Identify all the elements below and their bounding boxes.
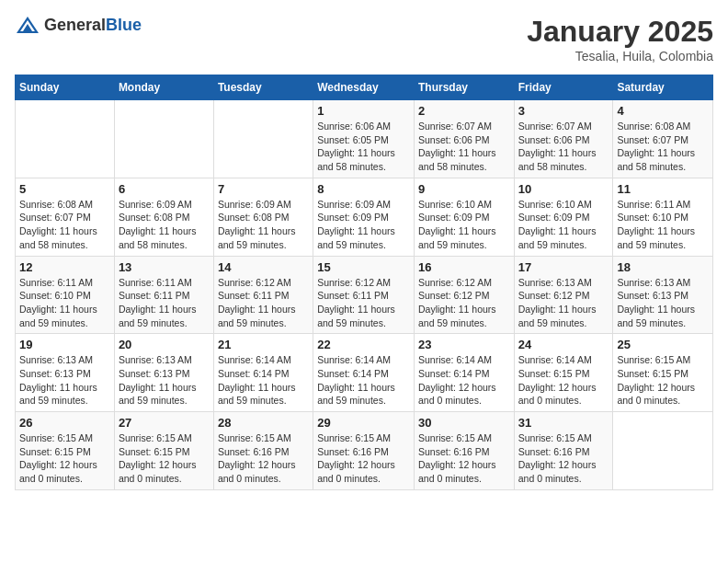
title-block: January 2025 Tesalia, Huila, Colombia	[527, 15, 713, 63]
calendar-day-cell: 2Sunrise: 6:07 AMSunset: 6:06 PMDaylight…	[414, 100, 514, 178]
day-number: 11	[617, 182, 709, 196]
day-number: 1	[317, 104, 410, 118]
day-info: Sunrise: 6:12 AMSunset: 6:11 PMDaylight:…	[317, 276, 410, 330]
calendar-day-cell: 13Sunrise: 6:11 AMSunset: 6:11 PMDayligh…	[114, 256, 213, 334]
calendar-day-cell: 5Sunrise: 6:08 AMSunset: 6:07 PMDaylight…	[16, 178, 115, 256]
day-number: 26	[19, 416, 110, 430]
day-number: 6	[119, 182, 210, 196]
day-info: Sunrise: 6:13 AMSunset: 6:13 PMDaylight:…	[617, 276, 709, 330]
calendar-day-cell: 17Sunrise: 6:13 AMSunset: 6:12 PMDayligh…	[514, 256, 613, 334]
day-info: Sunrise: 6:13 AMSunset: 6:13 PMDaylight:…	[19, 353, 110, 408]
day-number: 23	[418, 338, 510, 351]
day-number: 17	[518, 260, 609, 274]
calendar-day-cell: 1Sunrise: 6:06 AMSunset: 6:05 PMDaylight…	[313, 100, 415, 178]
calendar-day-cell: 8Sunrise: 6:09 AMSunset: 6:09 PMDaylight…	[313, 178, 415, 256]
day-info: Sunrise: 6:11 AMSunset: 6:10 PMDaylight:…	[19, 276, 110, 330]
calendar-day-cell: 23Sunrise: 6:14 AMSunset: 6:14 PMDayligh…	[414, 334, 514, 412]
day-number: 13	[119, 260, 210, 274]
day-info: Sunrise: 6:12 AMSunset: 6:12 PMDaylight:…	[418, 276, 510, 330]
weekday-header: Tuesday	[213, 75, 313, 100]
day-number: 25	[617, 338, 709, 351]
weekday-header: Friday	[514, 75, 613, 100]
day-info: Sunrise: 6:09 AMSunset: 6:09 PMDaylight:…	[317, 198, 410, 252]
day-number: 4	[617, 104, 709, 118]
day-number: 16	[418, 260, 510, 274]
day-number: 18	[617, 260, 709, 274]
day-number: 28	[218, 416, 309, 430]
calendar-day-cell: 14Sunrise: 6:12 AMSunset: 6:11 PMDayligh…	[213, 256, 313, 334]
calendar-day-cell: 27Sunrise: 6:15 AMSunset: 6:15 PMDayligh…	[114, 412, 213, 490]
calendar-day-cell: 30Sunrise: 6:15 AMSunset: 6:16 PMDayligh…	[414, 412, 514, 490]
calendar-day-cell: 26Sunrise: 6:15 AMSunset: 6:15 PMDayligh…	[16, 412, 115, 490]
day-number: 19	[19, 338, 110, 351]
day-info: Sunrise: 6:15 AMSunset: 6:16 PMDaylight:…	[317, 431, 410, 486]
day-number: 12	[19, 260, 110, 274]
day-info: Sunrise: 6:12 AMSunset: 6:11 PMDaylight:…	[218, 276, 309, 330]
calendar-day-cell: 29Sunrise: 6:15 AMSunset: 6:16 PMDayligh…	[313, 412, 415, 490]
day-info: Sunrise: 6:15 AMSunset: 6:15 PMDaylight:…	[617, 353, 709, 408]
logo-text: GeneralBlue	[44, 17, 142, 35]
day-info: Sunrise: 6:14 AMSunset: 6:14 PMDaylight:…	[218, 353, 309, 408]
day-number: 15	[317, 260, 410, 274]
location-subtitle: Tesalia, Huila, Colombia	[527, 49, 713, 63]
weekday-header: Saturday	[613, 75, 713, 100]
day-info: Sunrise: 6:09 AMSunset: 6:08 PMDaylight:…	[119, 198, 210, 252]
day-info: Sunrise: 6:15 AMSunset: 6:16 PMDaylight:…	[218, 431, 309, 486]
calendar-day-cell	[213, 100, 313, 178]
weekday-header: Monday	[114, 75, 213, 100]
day-info: Sunrise: 6:10 AMSunset: 6:09 PMDaylight:…	[518, 198, 609, 252]
day-info: Sunrise: 6:13 AMSunset: 6:13 PMDaylight:…	[119, 353, 210, 408]
weekday-header-row: SundayMondayTuesdayWednesdayThursdayFrid…	[16, 75, 713, 100]
day-number: 2	[418, 104, 510, 118]
day-info: Sunrise: 6:14 AMSunset: 6:14 PMDaylight:…	[418, 353, 510, 408]
day-info: Sunrise: 6:15 AMSunset: 6:15 PMDaylight:…	[19, 431, 110, 486]
calendar-day-cell	[16, 100, 115, 178]
calendar-day-cell: 31Sunrise: 6:15 AMSunset: 6:16 PMDayligh…	[514, 412, 613, 490]
calendar-day-cell	[613, 412, 713, 490]
calendar-day-cell: 7Sunrise: 6:09 AMSunset: 6:08 PMDaylight…	[213, 178, 313, 256]
month-title: January 2025	[527, 15, 713, 49]
day-info: Sunrise: 6:15 AMSunset: 6:15 PMDaylight:…	[119, 431, 210, 486]
day-info: Sunrise: 6:06 AMSunset: 6:05 PMDaylight:…	[317, 120, 410, 174]
calendar-day-cell: 6Sunrise: 6:09 AMSunset: 6:08 PMDaylight…	[114, 178, 213, 256]
day-info: Sunrise: 6:14 AMSunset: 6:14 PMDaylight:…	[317, 353, 410, 408]
day-info: Sunrise: 6:14 AMSunset: 6:15 PMDaylight:…	[518, 353, 609, 408]
calendar-day-cell: 19Sunrise: 6:13 AMSunset: 6:13 PMDayligh…	[16, 334, 115, 412]
day-info: Sunrise: 6:07 AMSunset: 6:06 PMDaylight:…	[418, 120, 510, 174]
calendar-day-cell: 15Sunrise: 6:12 AMSunset: 6:11 PMDayligh…	[313, 256, 415, 334]
day-number: 29	[317, 416, 410, 430]
day-info: Sunrise: 6:08 AMSunset: 6:07 PMDaylight:…	[19, 198, 110, 252]
day-number: 8	[317, 182, 410, 196]
calendar-day-cell: 18Sunrise: 6:13 AMSunset: 6:13 PMDayligh…	[613, 256, 713, 334]
day-number: 31	[518, 416, 609, 430]
day-number: 30	[418, 416, 510, 430]
logo-general: General	[44, 17, 106, 35]
calendar-day-cell: 20Sunrise: 6:13 AMSunset: 6:13 PMDayligh…	[114, 334, 213, 412]
calendar-day-cell: 22Sunrise: 6:14 AMSunset: 6:14 PMDayligh…	[313, 334, 415, 412]
calendar-table: SundayMondayTuesdayWednesdayThursdayFrid…	[15, 75, 713, 490]
day-number: 9	[418, 182, 510, 196]
day-number: 21	[218, 338, 309, 351]
calendar-week-row: 19Sunrise: 6:13 AMSunset: 6:13 PMDayligh…	[16, 334, 713, 412]
day-number: 22	[317, 338, 410, 351]
calendar-week-row: 5Sunrise: 6:08 AMSunset: 6:07 PMDaylight…	[16, 178, 713, 256]
day-info: Sunrise: 6:15 AMSunset: 6:16 PMDaylight:…	[418, 431, 510, 486]
calendar-day-cell: 12Sunrise: 6:11 AMSunset: 6:10 PMDayligh…	[16, 256, 115, 334]
day-number: 7	[218, 182, 309, 196]
calendar-day-cell: 25Sunrise: 6:15 AMSunset: 6:15 PMDayligh…	[613, 334, 713, 412]
weekday-header: Wednesday	[313, 75, 415, 100]
day-number: 5	[19, 182, 110, 196]
day-number: 3	[518, 104, 609, 118]
logo-blue: Blue	[106, 17, 142, 35]
day-info: Sunrise: 6:08 AMSunset: 6:07 PMDaylight:…	[617, 120, 709, 174]
day-info: Sunrise: 6:09 AMSunset: 6:08 PMDaylight:…	[218, 198, 309, 252]
calendar-day-cell	[114, 100, 213, 178]
weekday-header: Thursday	[414, 75, 514, 100]
calendar-day-cell: 16Sunrise: 6:12 AMSunset: 6:12 PMDayligh…	[414, 256, 514, 334]
calendar-day-cell: 24Sunrise: 6:14 AMSunset: 6:15 PMDayligh…	[514, 334, 613, 412]
day-number: 14	[218, 260, 309, 274]
calendar-day-cell: 9Sunrise: 6:10 AMSunset: 6:09 PMDaylight…	[414, 178, 514, 256]
calendar-day-cell: 28Sunrise: 6:15 AMSunset: 6:16 PMDayligh…	[213, 412, 313, 490]
calendar-day-cell: 21Sunrise: 6:14 AMSunset: 6:14 PMDayligh…	[213, 334, 313, 412]
logo: GeneralBlue	[15, 15, 142, 37]
